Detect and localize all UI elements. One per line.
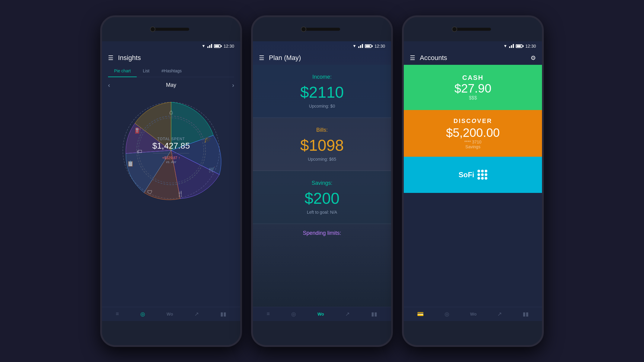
svg-text:🛒: 🛒 bbox=[209, 166, 215, 173]
app-header: ☰ Insights bbox=[102, 51, 240, 65]
sofi-name: SoFi bbox=[459, 171, 474, 179]
status-bar: ▼ 12:30 bbox=[404, 41, 542, 51]
nav-bar-chart[interactable]: ▮▮ bbox=[523, 311, 529, 317]
discover-account-balance: $5,200.00 bbox=[446, 126, 500, 140]
prev-month-button[interactable]: ‹ bbox=[108, 82, 110, 89]
phone-bottom bbox=[253, 321, 391, 345]
phone-accounts: ▼ 12:30 ☰ Accounts ⚙ CASH bbox=[402, 15, 544, 347]
nav-trends[interactable]: ↗ bbox=[345, 311, 350, 317]
nav-accounts[interactable]: ▮▮ bbox=[371, 311, 377, 317]
discover-card-number: **** 3710 bbox=[464, 140, 482, 144]
pie-center: TOTAL SPENT $1,427.85 +$329.87 ↑ vs. Apr bbox=[136, 116, 206, 185]
nav-trends[interactable]: ↗ bbox=[194, 311, 199, 317]
cash-account-balance: $27.90 bbox=[454, 82, 491, 95]
nav-budget[interactable]: Wo bbox=[470, 312, 477, 316]
pie-total-amount: $1,427.85 bbox=[152, 141, 190, 151]
battery-icon bbox=[365, 44, 373, 48]
speaker bbox=[304, 28, 340, 31]
nav-budget[interactable]: Wo bbox=[317, 312, 324, 316]
month-nav: ‹ May › bbox=[102, 77, 240, 93]
status-time: 12:30 bbox=[375, 44, 385, 49]
sofi-account-card[interactable]: SoFi bbox=[404, 157, 542, 193]
insights-screen: ▼ 12:30 ☰ Insights Pie chart bbox=[102, 41, 240, 321]
pie-chart-container: ⌂ 🎓 🛒 🍴 🛡 📋 ⛽ 🏷 bbox=[108, 93, 234, 208]
status-time: 12:30 bbox=[224, 44, 234, 49]
camera-lens bbox=[452, 27, 457, 32]
bills-amount: $1098 bbox=[265, 136, 379, 154]
wifi-icon: ▼ bbox=[352, 44, 356, 48]
bills-section: Bills: $1098 Upcoming: $65 bbox=[253, 118, 391, 171]
hamburger-menu[interactable]: ☰ bbox=[410, 54, 415, 61]
status-bar: ▼ 12:30 bbox=[102, 41, 240, 51]
pie-vs-label: vs. Apr bbox=[166, 160, 176, 164]
plan-screen: ▼ 12:30 ☰ Plan (May) Income: bbox=[253, 41, 391, 321]
nav-insights[interactable]: ◎ bbox=[291, 311, 296, 317]
savings-amount: $200 bbox=[265, 189, 379, 207]
phones-container: ▼ 12:30 ☰ Insights Pie chart bbox=[94, 9, 550, 353]
page-title: Plan (May) bbox=[269, 54, 385, 62]
cash-account-sub: $$$ bbox=[469, 95, 477, 101]
status-bar: ▼ 12:30 bbox=[253, 41, 391, 51]
bottom-nav: ≡ ◎ Wo ↗ ▮▮ bbox=[253, 307, 391, 321]
spending-limits-label: Spending limits: bbox=[253, 224, 391, 242]
battery-icon bbox=[516, 44, 524, 48]
bills-upcoming: Upcoming: $65 bbox=[265, 157, 379, 162]
status-time: 12:30 bbox=[525, 44, 536, 49]
income-amount: $2110 bbox=[265, 83, 379, 101]
svg-text:⛽: ⛽ bbox=[135, 127, 142, 134]
signal-icon bbox=[509, 44, 514, 48]
tab-hashtags[interactable]: #Hashtags bbox=[155, 65, 188, 77]
phone-bottom bbox=[102, 321, 240, 345]
svg-text:🛡: 🛡 bbox=[147, 189, 153, 195]
discover-account-type: Savings bbox=[465, 144, 480, 149]
page-title: Accounts bbox=[420, 54, 526, 62]
nav-trends[interactable]: ↗ bbox=[497, 311, 502, 317]
nav-budget[interactable]: Wo bbox=[167, 312, 173, 316]
income-section: Income: $2110 Upcoming: $0 bbox=[253, 65, 391, 118]
camera-lens bbox=[301, 27, 306, 32]
phone-bottom bbox=[404, 321, 542, 345]
phone-plan: ▼ 12:30 ☰ Plan (May) Income: bbox=[251, 15, 393, 347]
signal-icon bbox=[207, 44, 212, 48]
sofi-dots-icon bbox=[477, 170, 487, 180]
settings-icon[interactable]: ⚙ bbox=[531, 54, 536, 61]
nav-insights[interactable]: ◎ bbox=[140, 311, 145, 317]
phone-insights: ▼ 12:30 ☰ Insights Pie chart bbox=[100, 15, 242, 347]
pie-change: +$329.87 ↑ bbox=[162, 156, 180, 160]
cash-account-card[interactable]: CASH $27.90 $$$ bbox=[404, 65, 542, 110]
discover-logo: DISCOVER bbox=[454, 118, 492, 124]
nav-transactions[interactable]: ≡ bbox=[266, 311, 270, 317]
hamburger-menu[interactable]: ☰ bbox=[259, 54, 264, 61]
sofi-logo: SoFi bbox=[459, 170, 487, 180]
wifi-icon: ▼ bbox=[202, 44, 206, 48]
speaker bbox=[153, 28, 189, 31]
cash-account-name: CASH bbox=[462, 74, 483, 82]
nav-accounts-tab[interactable]: 💳 bbox=[417, 311, 424, 317]
current-month: May bbox=[166, 82, 176, 88]
tab-pie-chart[interactable]: Pie chart bbox=[108, 65, 137, 77]
camera-lens bbox=[150, 27, 155, 32]
bottom-nav: ≡ ◎ Wo ↗ ▮▮ bbox=[102, 307, 240, 321]
app-header: ☰ Plan (May) bbox=[253, 51, 391, 65]
bills-label: Bills: bbox=[265, 127, 379, 133]
svg-text:⌂: ⌂ bbox=[169, 108, 173, 116]
savings-goal: Left to goal: N/A bbox=[265, 210, 379, 215]
savings-label: Savings: bbox=[265, 180, 379, 186]
hamburger-menu[interactable]: ☰ bbox=[108, 54, 113, 61]
wifi-icon: ▼ bbox=[503, 44, 507, 48]
bottom-nav: 💳 ◎ Wo ↗ ▮▮ bbox=[404, 307, 542, 321]
nav-transactions[interactable]: ≡ bbox=[116, 311, 119, 317]
battery-icon bbox=[214, 44, 222, 48]
pie-total-label: TOTAL SPENT bbox=[157, 137, 185, 141]
accounts-screen: ▼ 12:30 ☰ Accounts ⚙ CASH bbox=[404, 41, 542, 321]
nav-insights[interactable]: ◎ bbox=[445, 311, 449, 317]
pie-divider bbox=[153, 153, 189, 153]
tab-list[interactable]: List bbox=[137, 65, 155, 77]
nav-accounts[interactable]: ▮▮ bbox=[220, 311, 226, 317]
signal-icon bbox=[358, 44, 363, 48]
tab-bar: Pie chart List #Hashtags bbox=[108, 65, 234, 77]
next-month-button[interactable]: › bbox=[232, 82, 234, 89]
svg-text:🍴: 🍴 bbox=[177, 190, 184, 197]
speaker bbox=[455, 28, 491, 31]
discover-account-card[interactable]: DISCOVER $5,200.00 **** 3710 Savings bbox=[404, 110, 542, 157]
